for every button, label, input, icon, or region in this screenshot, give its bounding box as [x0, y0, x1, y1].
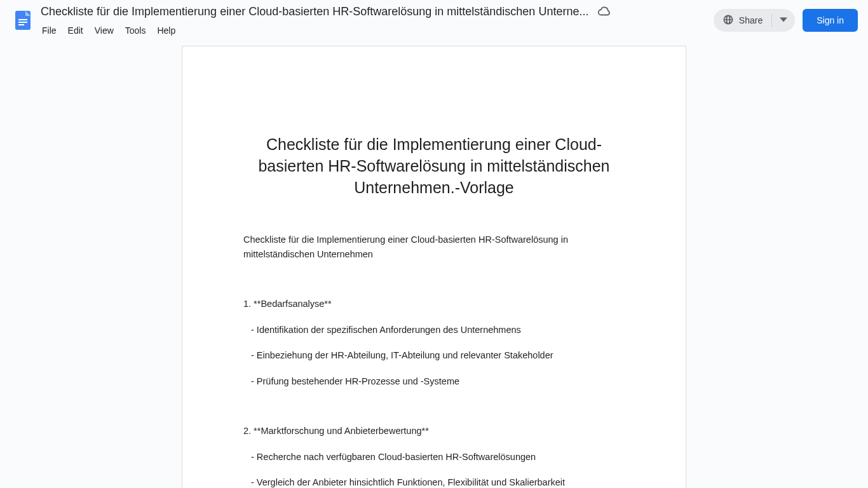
menu-file[interactable]: File: [41, 24, 62, 37]
list-item: - Einbeziehung der HR-Abteilung, IT-Abte…: [243, 348, 625, 362]
menu-view[interactable]: View: [90, 24, 119, 37]
title-area: Checkliste für die Implementierung einer…: [41, 3, 611, 38]
docs-logo-icon[interactable]: [10, 8, 36, 33]
title-row: Checkliste für die Implementierung einer…: [41, 3, 611, 20]
section-heading: 1. **Bedarfsanalyse**: [243, 297, 625, 311]
intro-paragraph: Checkliste für die Implementierung einer…: [243, 233, 625, 261]
list-item: - Vergleich der Anbieter hinsichtlich Fu…: [243, 475, 625, 488]
share-button-group: Share: [714, 9, 795, 32]
share-dropdown-button[interactable]: [772, 15, 795, 26]
sign-in-button[interactable]: Sign in: [803, 9, 858, 32]
document-title[interactable]: Checkliste für die Implementierung einer…: [41, 5, 588, 18]
list-item: - Prüfung bestehender HR-Prozesse und -S…: [243, 374, 625, 388]
document-page: Checkliste für die Implementierung einer…: [182, 46, 686, 488]
svg-rect-1: [18, 19, 27, 20]
section-heading: 2. **Marktforschung und Anbieterbewertun…: [243, 424, 625, 438]
svg-rect-2: [18, 22, 27, 23]
list-item: - Recherche nach verfügbaren Cloud-basie…: [243, 450, 625, 464]
menu-tools[interactable]: Tools: [120, 24, 151, 37]
list-item: - Identifikation der spezifischen Anford…: [243, 323, 625, 337]
page-body: Checkliste für die Implementierung einer…: [243, 233, 625, 488]
menu-edit[interactable]: Edit: [63, 24, 88, 37]
document-canvas[interactable]: Checkliste für die Implementierung einer…: [0, 41, 868, 488]
menu-help[interactable]: Help: [152, 24, 180, 37]
app-header: Checkliste für die Implementierung einer…: [0, 0, 868, 41]
menu-bar: File Edit View Tools Help: [41, 23, 611, 38]
svg-rect-3: [18, 24, 24, 25]
page-title: Checkliste für die Implementierung einer…: [243, 134, 625, 198]
share-label: Share: [739, 15, 763, 25]
caret-down-icon: [780, 15, 787, 26]
globe-icon: [722, 14, 734, 27]
share-button[interactable]: Share: [714, 14, 771, 27]
cloud-saved-icon[interactable]: [597, 4, 611, 18]
